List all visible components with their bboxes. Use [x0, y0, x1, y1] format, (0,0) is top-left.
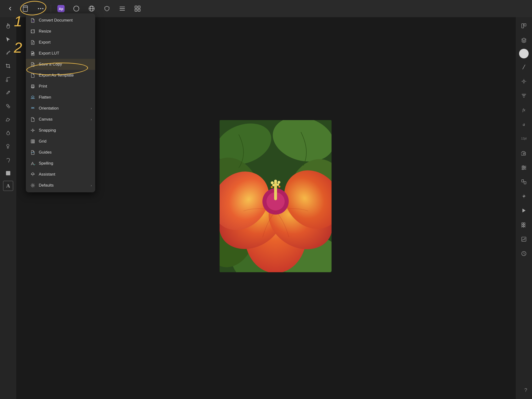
- help-button[interactable]: ?: [524, 387, 527, 393]
- svg-point-29: [524, 167, 525, 168]
- character-panel-button[interactable]: a: [518, 119, 530, 130]
- menu-item-save-copy[interactable]: Save a Copy: [26, 59, 95, 70]
- sparkle-tool-button[interactable]: [518, 190, 530, 202]
- eyedropper-tool[interactable]: [2, 87, 14, 99]
- menu-label-export-lut: Export LUT: [39, 51, 59, 56]
- svg-rect-21: [522, 24, 524, 28]
- menu-item-export-template[interactable]: Export As Template: [26, 70, 95, 81]
- svg-rect-12: [135, 6, 137, 8]
- menu-label-canvas: Canvas: [39, 117, 53, 122]
- font-size-label: 12pt: [518, 133, 530, 145]
- brush-panel-button[interactable]: [518, 61, 530, 73]
- hand-tool[interactable]: [2, 20, 14, 32]
- svg-rect-68: [32, 87, 34, 88]
- crop-tool[interactable]: [2, 60, 14, 72]
- menu-label-defaults: Defaults: [39, 183, 54, 188]
- canvas-image: [220, 120, 332, 272]
- spelling-icon: [30, 161, 35, 166]
- menu-item-guides[interactable]: Guides: [26, 147, 95, 158]
- save-copy-icon: [30, 62, 35, 67]
- svg-point-3: [42, 8, 44, 9]
- globe-tool-button[interactable]: [85, 2, 98, 15]
- menu-label-snapping: Snapping: [39, 128, 56, 133]
- menu-item-convert-document[interactable]: Convert Document: [26, 15, 95, 26]
- export-panel-button[interactable]: [518, 176, 530, 188]
- menu-item-spelling[interactable]: Spelling: [26, 158, 95, 169]
- layers-panel-button[interactable]: [518, 34, 530, 46]
- smudge-tool[interactable]: [2, 141, 14, 152]
- svg-rect-31: [522, 180, 524, 182]
- more-button[interactable]: [34, 2, 47, 15]
- guides-icon: [30, 150, 35, 155]
- text-tool-label: A: [6, 183, 10, 189]
- menu-item-grid[interactable]: Grid: [26, 136, 95, 147]
- publisher-tool-button[interactable]: Ap: [55, 2, 67, 15]
- svg-point-58: [274, 180, 277, 183]
- svg-point-23: [523, 80, 525, 82]
- svg-point-24: [523, 153, 525, 154]
- burn-tool[interactable]: [2, 127, 14, 139]
- dropdown-menu: Convert Document Resize Export: [26, 13, 95, 192]
- menu-label-orientation: Orientation: [39, 106, 59, 111]
- orientation-arrow: ›: [91, 107, 92, 110]
- eraser-tool[interactable]: [2, 114, 14, 125]
- menu-label-spelling: Spelling: [39, 161, 53, 166]
- menu-item-assistant[interactable]: Assistant: [26, 169, 95, 180]
- text-tool[interactable]: A: [3, 181, 13, 191]
- svg-point-60: [272, 184, 275, 186]
- svg-point-30: [522, 169, 524, 170]
- canvas-icon: [30, 117, 35, 122]
- svg-point-63: [279, 186, 280, 188]
- sliders-panel-button[interactable]: [518, 162, 530, 173]
- fx-panel-button[interactable]: fx: [518, 104, 530, 116]
- svg-rect-13: [138, 6, 140, 8]
- clone-tool[interactable]: [2, 101, 14, 112]
- color-panel-button[interactable]: [519, 49, 529, 58]
- back-button[interactable]: [4, 2, 16, 15]
- studio-panel-button[interactable]: [518, 20, 530, 32]
- menu-item-defaults[interactable]: Defaults ›: [26, 180, 95, 191]
- menu-item-resize[interactable]: Resize: [26, 26, 95, 37]
- history-panel-button[interactable]: [518, 248, 530, 259]
- liquify-tool[interactable]: [2, 154, 14, 165]
- menu-item-flatten[interactable]: Flatten: [26, 92, 95, 103]
- toolbar-separator-1: [51, 5, 51, 13]
- svg-point-1: [38, 8, 39, 9]
- menu-item-snapping[interactable]: Snapping: [26, 125, 95, 136]
- circle-tool-button[interactable]: [70, 2, 82, 15]
- grid-panel-button[interactable]: [518, 219, 530, 231]
- filters-panel-button[interactable]: [518, 90, 530, 101]
- svg-rect-37: [522, 227, 523, 228]
- adjustments-panel-button[interactable]: [518, 76, 530, 87]
- menu-item-orientation[interactable]: Orientation ›: [26, 103, 95, 114]
- document-button[interactable]: [19, 2, 32, 15]
- print-icon: [30, 84, 35, 89]
- grid-tool-button[interactable]: [131, 2, 144, 15]
- svg-point-61: [277, 184, 279, 186]
- menu-item-export[interactable]: Export: [26, 37, 95, 48]
- assistant-icon: [30, 172, 35, 177]
- fill-tool[interactable]: [2, 167, 14, 179]
- camera-panel-button[interactable]: [518, 147, 530, 159]
- svg-point-17: [6, 104, 8, 106]
- export-icon: [30, 40, 35, 45]
- paint-brush-tool[interactable]: [2, 74, 14, 85]
- pointer-tool[interactable]: [2, 33, 14, 45]
- svg-point-2: [40, 8, 41, 9]
- pen-tool[interactable]: [2, 47, 14, 58]
- menu-item-canvas[interactable]: Canvas ›: [26, 114, 95, 125]
- svg-point-69: [32, 130, 33, 131]
- svg-rect-65: [32, 53, 32, 54]
- svg-point-76: [32, 173, 34, 175]
- svg-rect-56: [274, 181, 277, 200]
- bars-tool-button[interactable]: [116, 2, 128, 15]
- menu-item-print[interactable]: Print: [26, 81, 95, 92]
- histogram-panel-button[interactable]: [518, 234, 530, 245]
- menu-label-resize: Resize: [39, 29, 51, 34]
- menu-item-export-lut[interactable]: Export LUT: [26, 48, 95, 59]
- play-button[interactable]: [518, 205, 530, 216]
- svg-rect-70: [31, 140, 34, 143]
- defaults-arrow: ›: [91, 184, 92, 187]
- shield-tool-button[interactable]: [101, 2, 113, 15]
- svg-rect-20: [6, 171, 10, 175]
